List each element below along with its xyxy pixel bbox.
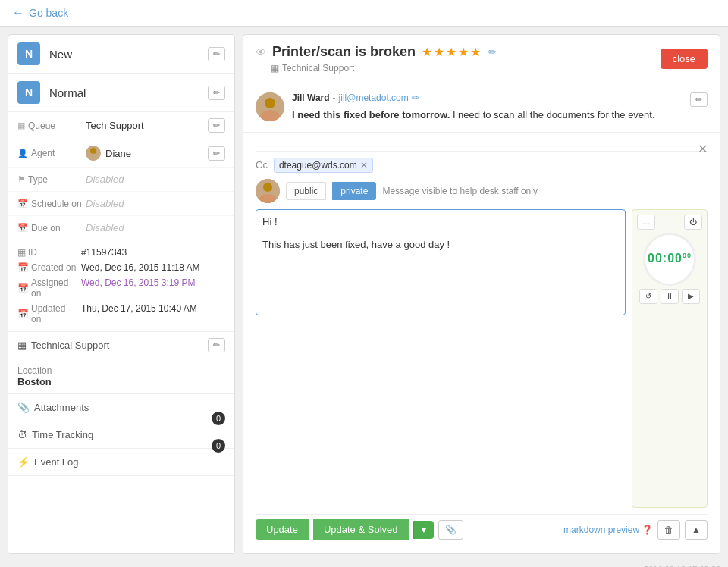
back-link[interactable]: ← Go back <box>12 6 68 20</box>
type-icon: ⚑ <box>17 174 25 184</box>
id-icon: ▦ <box>17 247 26 258</box>
agent-row: 👤 Agent Diane ✏ <box>8 139 234 168</box>
due-label: Due on <box>31 223 61 233</box>
id-row: ▦ ID #11597343 <box>17 245 225 260</box>
edit-queue-button[interactable]: ✏ <box>208 118 225 133</box>
id-value: #11597343 <box>81 247 127 258</box>
cc-row: Cc dteague@wds.com ✕ <box>256 158 708 173</box>
visibility-note: Message visible to help desk staff only. <box>382 186 539 196</box>
reply-textarea[interactable]: Hi ! This has just been fixed, have a go… <box>256 209 626 315</box>
reply-area: ✕ Cc dteague@wds.com ✕ <box>243 133 720 554</box>
assigned-value: Wed, Dec 16, 2015 3:19 PM <box>81 277 196 288</box>
attachments-section: 📎 Attachments 0 <box>8 394 234 421</box>
edit-priority-button[interactable]: ✏ <box>208 86 225 100</box>
message-email[interactable]: jill@metadot.com <box>339 92 409 103</box>
updated-icon: 📅 <box>17 309 29 319</box>
markdown-preview-link[interactable]: markdown preview ❓ <box>563 525 653 535</box>
id-label: ID <box>28 247 37 258</box>
queue-row: ▦ Queue Tech Support ✏ <box>8 112 234 139</box>
status-row: N New ✏ <box>8 35 234 74</box>
timer-play-button[interactable]: ▶ <box>682 289 700 304</box>
created-icon: 📅 <box>17 262 29 273</box>
kb-label-text: Technical Support <box>31 340 109 351</box>
message-from: Jill Ward - jill@metadot.com ✏ <box>292 92 682 103</box>
edit-agent-button[interactable]: ✏ <box>208 146 225 161</box>
ticket-subtitle: ▦ Technical Support <box>256 63 497 74</box>
schedule-value: Disabled <box>86 198 225 209</box>
edit-kb-button[interactable]: ✏ <box>208 338 225 352</box>
time-tracking-header[interactable]: ⏱ Time Tracking <box>17 429 225 440</box>
visibility-row: public private Message visible to help d… <box>256 179 708 203</box>
reply-body-row: Hi ! This has just been fixed, have a go… <box>256 209 708 509</box>
agent-avatar <box>86 146 101 161</box>
public-tab-button[interactable]: public <box>286 182 326 200</box>
svg-point-3 <box>265 98 275 108</box>
timer-circle: 00:0000 <box>643 233 696 286</box>
close-reply-button[interactable]: ✕ <box>698 142 708 156</box>
assigned-icon: 📅 <box>17 283 29 293</box>
main-layout: N New ✏ N Normal ✏ ▦ Queue Tech Support … <box>0 27 728 562</box>
agent-value: Diane <box>86 146 208 161</box>
version-footer: v2016.02.10.17.00.36 <box>0 562 728 567</box>
created-label: Created on <box>31 262 76 273</box>
attachments-header[interactable]: 📎 Attachments <box>17 402 225 413</box>
update-solved-button[interactable]: Update & Solved <box>313 519 409 540</box>
event-log-icon: ⚡ <box>17 456 30 468</box>
attachments-label: Attachments <box>34 402 89 413</box>
ticket-category-icon: ▦ <box>271 63 279 74</box>
agent-icon: 👤 <box>17 149 28 158</box>
top-navigation: ← Go back <box>0 0 728 27</box>
ticket-header: 👁 Printer/scan is broken ★★★★★ ✏ ▦ Techn… <box>243 35 720 83</box>
schedule-row: 📅 Schedule on Disabled <box>8 192 234 216</box>
attachments-icon: 📎 <box>17 402 30 413</box>
kb-icon: ▦ <box>17 340 27 351</box>
schedule-label: Schedule on <box>31 199 82 209</box>
assigned-label: Assigned on <box>31 277 78 299</box>
time-tracking-icon: ⏱ <box>17 429 27 440</box>
cc-tag: dteague@wds.com ✕ <box>274 158 373 173</box>
close-ticket-button[interactable]: close <box>661 49 708 69</box>
update-button[interactable]: Update <box>256 519 309 540</box>
update-dropdown-button[interactable]: ▼ <box>413 521 435 539</box>
agent-name: Diane <box>105 148 131 159</box>
timer-pause-button[interactable]: ⏸ <box>661 289 679 304</box>
markdown-label: markdown preview <box>563 525 639 535</box>
message-content: Jill Ward - jill@metadot.com ✏ I need th… <box>292 92 682 123</box>
private-tab-button[interactable]: private <box>332 182 376 200</box>
edit-email-icon[interactable]: ✏ <box>412 92 419 103</box>
timer-options-button[interactable]: … <box>637 215 655 230</box>
timer-power-button[interactable]: ⏻ <box>684 215 702 230</box>
timer-reset-button[interactable]: ↺ <box>639 289 657 304</box>
location-label: Location <box>17 365 225 376</box>
time-tracking-section: ⏱ Time Tracking 0 <box>8 421 234 449</box>
timer-widget: … ⏻ 00:0000 ↺ ⏸ ▶ <box>632 209 708 509</box>
timer-display: 00:0000 <box>648 252 692 265</box>
type-value: Disabled <box>86 174 225 185</box>
edit-status-button[interactable]: ✏ <box>208 47 225 61</box>
collapse-button[interactable]: ▲ <box>685 520 708 540</box>
reply-textarea-wrap: Hi ! This has just been fixed, have a go… <box>256 209 626 509</box>
cc-remove-button[interactable]: ✕ <box>360 160 368 171</box>
updated-row: 📅 Updated on Thu, Dec 17, 2015 10:40 AM <box>17 301 225 327</box>
event-log-header[interactable]: ⚡ Event Log <box>17 456 225 468</box>
updated-label: Updated on <box>31 303 78 324</box>
schedule-icon: 📅 <box>17 199 28 208</box>
edit-title-icon[interactable]: ✏ <box>488 46 497 58</box>
created-value: Wed, Dec 16, 2015 11:18 AM <box>81 262 200 273</box>
due-value: Disabled <box>86 222 225 233</box>
ticket-title: Printer/scan is broken <box>272 44 416 60</box>
due-icon: 📅 <box>17 223 28 233</box>
created-row: 📅 Created on Wed, Dec 16, 2015 11:18 AM <box>17 260 225 275</box>
location-section: Location Boston <box>8 359 234 394</box>
attach-button[interactable]: 📎 <box>438 520 463 540</box>
back-label: Go back <box>29 7 68 19</box>
message-body-rest: I need to scan all the documents for the… <box>450 109 654 121</box>
svg-point-1 <box>88 155 99 161</box>
location-value: Boston <box>17 376 225 387</box>
delete-button[interactable]: 🗑 <box>657 520 680 540</box>
kb-section: ▦ Technical Support ✏ <box>8 332 234 359</box>
edit-message-button[interactable]: ✏ <box>690 92 708 107</box>
due-row: 📅 Due on Disabled <box>8 216 234 240</box>
eye-icon: 👁 <box>256 46 266 58</box>
requester-avatar <box>256 92 284 121</box>
